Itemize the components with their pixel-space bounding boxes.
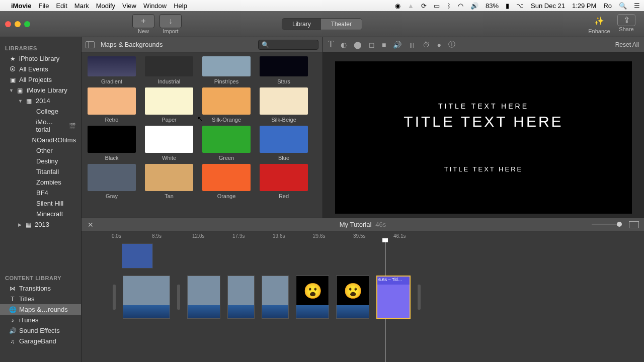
sidebar-item-all-projects[interactable]: ▣All Projects — [0, 74, 81, 85]
background-red[interactable]: Red — [260, 164, 308, 199]
time[interactable]: 1:29 PM — [572, 2, 596, 10]
record-icon[interactable]: ◉ — [395, 2, 400, 10]
sidebar-item-imo-torial[interactable]: iMo…torial🎬 — [0, 117, 81, 135]
tab-theater[interactable]: Theater — [321, 19, 362, 30]
overlay-clip[interactable] — [122, 243, 153, 268]
timeline-clip[interactable]: 😮 — [336, 276, 369, 319]
close-icon[interactable]: ✕ — [88, 221, 94, 229]
background-industrial[interactable]: Industrial — [145, 56, 193, 84]
background-black[interactable]: Black — [88, 126, 136, 161]
sidebar-item-garageband[interactable]: ♫GarageBand — [0, 336, 81, 346]
battery-percent[interactable]: 83% — [486, 2, 499, 10]
sidebar-item-college[interactable]: College — [0, 106, 81, 117]
background-orange[interactable]: Orange — [202, 164, 251, 199]
panel-toggle-icon[interactable] — [86, 41, 95, 48]
timeline-clip[interactable] — [123, 276, 170, 319]
crop-icon[interactable]: ◻ — [369, 41, 375, 49]
list-icon[interactable]: ☰ — [634, 2, 640, 10]
wifi-icon[interactable]: ◠ — [458, 2, 463, 10]
backgrounds-grid: GradientIndustrialPinstripesStarsRetroPa… — [82, 52, 323, 218]
background-retro[interactable]: Retro — [88, 87, 136, 123]
menu-edit[interactable]: Edit — [56, 2, 67, 10]
preview-frame[interactable]: TITLE TEXT HERE TITLE TEXT HERE TITLE TE… — [335, 61, 632, 214]
sidebar-item-maps-rounds[interactable]: 🌐Maps &…rounds — [0, 304, 81, 315]
sidebar-item-noandrofilms[interactable]: NOandROfilms — [0, 135, 81, 145]
date[interactable]: Sun Dec 21 — [531, 2, 565, 10]
background-gradient[interactable]: Gradient — [88, 56, 136, 84]
sidebar-item-titanfall[interactable]: Titanfall — [0, 166, 81, 177]
sidebar-item-2013[interactable]: ▶▦2013 — [0, 219, 81, 230]
background-paper[interactable]: Paper — [145, 87, 193, 123]
new-button[interactable]: +New — [131, 14, 156, 34]
volume-tool-icon[interactable]: 🔊 — [393, 41, 401, 49]
color-correct-icon[interactable]: ⬤ — [354, 41, 362, 49]
timeline-clip[interactable] — [262, 276, 289, 319]
search-input[interactable]: 🔍 — [258, 40, 318, 50]
stabilize-icon[interactable]: ■ — [382, 41, 386, 49]
sidebar-item-sound-effects[interactable]: 🔊Sound Effects — [0, 325, 81, 336]
noise-icon[interactable]: ⫼ — [409, 41, 416, 49]
airplay-icon[interactable]: ▭ — [434, 2, 440, 10]
timeline-tracks[interactable]: 😮 😮 6.6s – Titl… ♪ — [82, 240, 644, 362]
switch-icon[interactable]: ⌥ — [516, 2, 524, 10]
timeline-clip[interactable] — [187, 276, 220, 319]
sidebar-item-itunes[interactable]: ♪iTunes — [0, 315, 81, 325]
speed-icon[interactable]: ⏱ — [423, 41, 430, 49]
info-icon[interactable]: ⓘ — [448, 40, 455, 49]
zoom-slider[interactable] — [592, 224, 622, 225]
user[interactable]: Ro — [603, 2, 612, 10]
background-pinstripes[interactable]: Pinstripes — [202, 56, 251, 84]
share-button[interactable]: ⇪Share — [614, 14, 639, 34]
background-silk-orange[interactable]: Silk-Orange — [202, 87, 251, 123]
filter-icon[interactable]: ● — [437, 41, 441, 49]
sidebar-item-silent-hill[interactable]: Silent Hill — [0, 198, 81, 209]
sidebar-item-2014[interactable]: ▼▦2014 — [0, 96, 81, 106]
sidebar-item-destiny[interactable]: Destiny — [0, 156, 81, 166]
enhance-button[interactable]: ✨Enhance — [587, 14, 612, 34]
text-tool-icon[interactable]: T — [328, 39, 334, 50]
thumbnails-toggle-icon[interactable] — [629, 221, 639, 228]
sidebar-item-all-events[interactable]: ⦿All Events — [0, 64, 81, 74]
sync-icon[interactable]: ⟳ — [421, 2, 427, 10]
background-green[interactable]: Green — [202, 126, 251, 161]
sidebar-item-imovie-library[interactable]: ▼▣iMovie Library — [0, 85, 81, 96]
sidebar-item-titles[interactable]: TTitles — [0, 294, 81, 304]
sidebar-item-other[interactable]: Other — [0, 145, 81, 156]
selected-title-clip[interactable]: 6.6s – Titl… — [376, 276, 411, 319]
mode-segment[interactable]: Library Theater — [282, 18, 362, 30]
background-stars[interactable]: Stars — [260, 56, 308, 84]
volume-icon[interactable]: 🔊 — [470, 2, 478, 10]
sidebar-item-iphoto-library[interactable]: ★iPhoto Library — [0, 53, 81, 64]
reset-all-button[interactable]: Reset All — [615, 41, 639, 48]
bluetooth-icon[interactable]: ᛒ — [447, 2, 451, 10]
background-blue[interactable]: Blue — [260, 126, 308, 161]
import-button[interactable]: ↓Import — [158, 14, 183, 34]
clip-edge[interactable] — [177, 285, 180, 310]
background-gray[interactable]: Gray — [88, 164, 136, 199]
sidebar-item-bf4[interactable]: BF4 — [0, 188, 81, 198]
background-silk-beige[interactable]: Silk-Beige — [260, 87, 308, 123]
background-tan[interactable]: Tan — [145, 164, 193, 199]
background-white[interactable]: White — [145, 126, 193, 161]
timeline-clip[interactable] — [227, 276, 255, 319]
menu-window[interactable]: Window — [143, 2, 167, 10]
clip-edge[interactable] — [418, 285, 421, 310]
sidebar-item-minecraft[interactable]: Minecraft — [0, 209, 81, 219]
menu-app[interactable]: iMovie — [11, 2, 31, 10]
timeline-ruler[interactable]: 0.0s8.9s12.0s17.9s19.6s29.6s39.5s46.1s — [82, 231, 644, 240]
sidebar-item-zombies[interactable]: Zombies — [0, 177, 81, 188]
menu-modify[interactable]: Modify — [96, 2, 115, 10]
color-balance-icon[interactable]: ◐ — [341, 41, 347, 49]
menu-mark[interactable]: Mark — [74, 2, 89, 10]
clip-edge[interactable] — [113, 285, 116, 310]
timeline-clip[interactable]: 😮 — [296, 276, 329, 319]
window-controls[interactable] — [5, 21, 30, 27]
menu-help[interactable]: Help — [174, 2, 187, 10]
title-main: TITLE TEXT HERE — [404, 113, 563, 130]
tab-library[interactable]: Library — [282, 19, 321, 30]
menu-file[interactable]: File — [38, 2, 49, 10]
menu-view[interactable]: View — [122, 2, 136, 10]
spotlight-icon[interactable]: 🔍 — [619, 2, 627, 10]
sidebar-item-transitions[interactable]: ⋈Transitions — [0, 283, 81, 294]
notification-icon[interactable]: ▲ — [408, 2, 414, 10]
